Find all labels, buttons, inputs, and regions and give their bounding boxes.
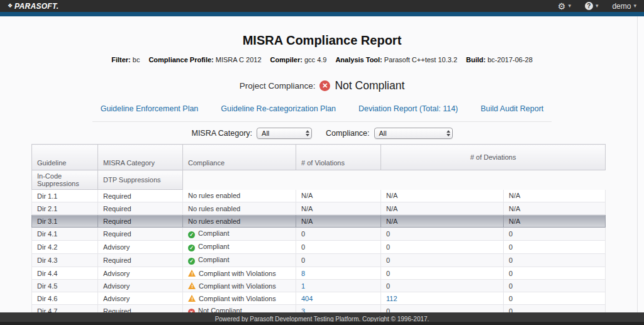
dtp-suppressions-cell: N/A — [504, 190, 606, 202]
table-row[interactable]: Dir 1.1RequiredNo rules enabledN/AN/AN/A — [32, 190, 606, 202]
project-compliance: Project Compliance: ✕ Not Compliant — [0, 79, 644, 92]
compliance-cell: No rules enabled — [183, 215, 296, 228]
filter-bar: MISRA Category: All Compliance: All — [0, 128, 644, 139]
incode-suppressions-cell: 112 — [381, 292, 504, 305]
report-link[interactable]: Deviation Report (Total: 114) — [358, 104, 458, 113]
violations-cell: 404 — [296, 292, 381, 305]
violations-cell: N/A — [296, 190, 381, 202]
violations-cell: 0 — [296, 228, 381, 241]
violations-cell-link[interactable]: 1 — [301, 282, 305, 290]
table-row[interactable]: Dir 4.5AdvisoryCompliant with Violations… — [32, 280, 606, 292]
compliant-icon: ✓ — [188, 258, 195, 265]
guideline-cell: Dir 4.4 — [32, 267, 98, 280]
guideline-cell: Dir 4.2 — [32, 241, 98, 254]
col-header-dtp-suppressions[interactable]: DTP Suppressions — [98, 170, 183, 190]
guideline-cell: Dir 2.1 — [32, 202, 98, 215]
parasoft-logo-mark-icon: ❖ — [8, 3, 13, 9]
guideline-cell: Dir 3.1 — [32, 215, 98, 228]
misra-category-cell: Advisory — [98, 292, 183, 305]
compliant-with-violations-icon — [188, 295, 196, 302]
misra-category-select[interactable]: All — [257, 128, 312, 139]
compliance-filter-label: Compliance: — [326, 129, 369, 138]
violations-cell: 0 — [296, 254, 381, 267]
report-links: Guideline Enforcement PlanGuideline Re-c… — [0, 104, 644, 113]
table-row[interactable]: Dir 3.1RequiredNo rules enabledN/AN/AN/A — [32, 215, 606, 228]
meta-item: Analysis Tool: Parasoft C++test 10.3.2 — [335, 56, 457, 63]
dtp-suppressions-cell: 0 — [504, 267, 606, 280]
incode-suppressions-cell: 0 — [381, 228, 504, 241]
col-header-misra-category[interactable]: MISRA Category — [98, 145, 183, 170]
settings-menu[interactable]: ⚙ ▾ — [558, 2, 571, 11]
table-row[interactable]: Dir 4.4AdvisoryCompliant with Violations… — [32, 267, 606, 280]
compliance-cell: No rules enabled — [183, 190, 296, 202]
misra-category-label: MISRA Category: — [191, 129, 252, 138]
chevron-down-icon: ▾ — [633, 3, 636, 9]
violations-cell-link[interactable]: 404 — [301, 295, 313, 302]
compliant-icon: ✓ — [188, 245, 195, 251]
parasoft-logo[interactable]: ❖ PARASOFT. — [8, 2, 58, 11]
table-body: Dir 1.1RequiredNo rules enabledN/AN/AN/A… — [32, 190, 606, 325]
compliance-cell: Compliant with Violations — [183, 292, 296, 305]
table-row[interactable]: Dir 4.6AdvisoryCompliant with Violations… — [32, 292, 606, 305]
guideline-cell: Dir 4.1 — [32, 228, 98, 241]
compliant-with-violations-icon — [188, 282, 196, 289]
table-row[interactable]: Dir 4.2Advisory✓Compliant000 — [32, 241, 606, 254]
footer: Powered by Parasoft Development Testing … — [0, 312, 644, 325]
footer-text: Powered by Parasoft Development Testing … — [215, 314, 430, 324]
compliance-cell: Compliant with Violations — [183, 280, 296, 292]
incode-suppressions-cell: 0 — [381, 254, 504, 267]
table-row[interactable]: Dir 4.1Required✓Compliant000 — [32, 228, 606, 241]
compliance-cell: ✓Compliant — [183, 228, 296, 241]
violations-cell: N/A — [296, 202, 381, 215]
guideline-cell: Dir 4.6 — [32, 292, 98, 305]
report-link[interactable]: Guideline Re-categorization Plan — [221, 104, 336, 113]
dtp-suppressions-cell: 0 — [504, 241, 606, 254]
compliance-selected-value: All — [379, 129, 387, 137]
table-row[interactable]: Dir 4.3Required✓Compliant000 — [32, 254, 606, 267]
col-header-incode-suppressions[interactable]: In-Code Suppressions — [32, 170, 98, 190]
user-menu-label: demo — [612, 2, 631, 11]
misra-category-cell: Required — [98, 215, 183, 228]
compliance-table: Guideline MISRA Category Compliance # of… — [31, 144, 605, 325]
compliance-select[interactable]: All — [374, 128, 453, 139]
project-compliance-status: Not Compliant — [335, 79, 404, 92]
dtp-suppressions-cell: 0 — [504, 292, 606, 305]
col-group-header-deviations: # of Deviations — [381, 145, 606, 170]
guideline-cell: Dir 4.3 — [32, 254, 98, 267]
chevron-down-icon: ▾ — [568, 3, 571, 9]
select-stepper-icon — [306, 130, 309, 136]
misra-category-cell: Required — [98, 202, 183, 215]
dtp-suppressions-cell: N/A — [504, 202, 606, 215]
misra-category-cell: Advisory — [98, 241, 183, 254]
table-row[interactable]: Dir 2.1RequiredNo rules enabledN/AN/AN/A — [32, 202, 606, 215]
help-menu[interactable]: ? ▾ — [585, 2, 599, 10]
compliance-cell: No rules enabled — [183, 202, 296, 215]
violations-cell-link[interactable]: 8 — [301, 270, 305, 277]
col-header-violations[interactable]: # of Violations — [296, 145, 381, 170]
incode-suppressions-cell: N/A — [381, 202, 504, 215]
user-menu[interactable]: demo ▾ — [612, 2, 636, 11]
meta-item: Filter: bc — [111, 56, 140, 63]
violations-cell: 1 — [296, 280, 381, 292]
report-link[interactable]: Build Audit Report — [480, 104, 543, 113]
accent-bar — [0, 12, 644, 16]
col-header-guideline[interactable]: Guideline — [32, 145, 98, 170]
misra-category-cell: Advisory — [98, 267, 183, 280]
col-header-compliance[interactable]: Compliance — [183, 145, 296, 170]
violations-cell: 0 — [296, 241, 381, 254]
top-navigation-bar: ❖ PARASOFT. ⚙ ▾ ? ▾ demo ▾ — [0, 0, 644, 12]
misra-category-cell: Required — [98, 254, 183, 267]
compliance-cell: ✓Compliant — [183, 241, 296, 254]
incode-suppressions-cell-link[interactable]: 112 — [386, 295, 397, 302]
violations-cell: N/A — [296, 215, 381, 228]
compliance-cell: Compliant with Violations — [183, 267, 296, 280]
misra-category-selected-value: All — [262, 129, 269, 137]
not-compliant-icon: ✕ — [319, 80, 330, 91]
dtp-suppressions-cell: 0 — [504, 280, 606, 292]
help-icon: ? — [585, 2, 593, 10]
report-link[interactable]: Guideline Enforcement Plan — [101, 104, 199, 113]
meta-item: Compiler: gcc 4.9 — [270, 56, 327, 63]
report-meta: Filter: bcCompliance Profile: MISRA C 20… — [0, 56, 644, 63]
compliance-cell: ✓Compliant — [183, 254, 296, 267]
vertical-scrollbar[interactable] — [637, 16, 644, 312]
